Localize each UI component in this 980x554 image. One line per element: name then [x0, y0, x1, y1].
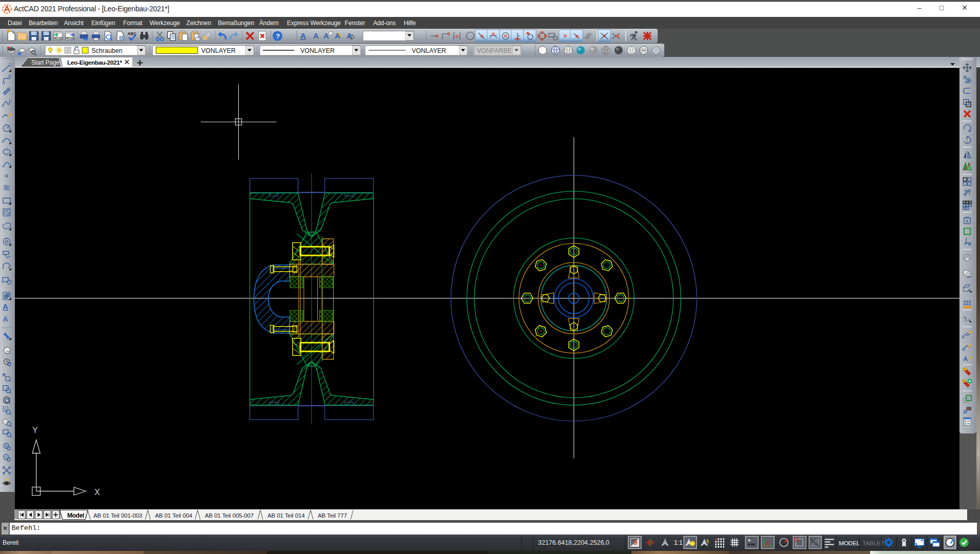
svg-text:VONFARBE: VONFARBE [477, 47, 512, 54]
svg-text:A: A [335, 31, 340, 40]
svg-text:Model: Model [67, 512, 84, 519]
svg-text:A: A [963, 355, 968, 363]
svg-text:Start Page: Start Page [31, 59, 60, 66]
svg-text:Leo-Eigenbau-2021*: Leo-Eigenbau-2021* [67, 59, 122, 66]
svg-text:VONLAYER: VONLAYER [300, 47, 335, 54]
svg-text:VONLAYER: VONLAYER [412, 47, 446, 54]
svg-text:A: A [3, 314, 8, 323]
svg-text:A: A [300, 31, 306, 40]
svg-text:A: A [313, 31, 319, 40]
svg-text:A: A [323, 31, 329, 40]
svg-text:Schrauben: Schrauben [91, 47, 123, 54]
svg-text:32176.6418,2204.2526,0: 32176.6418,2204.2526,0 [538, 539, 609, 546]
svg-text:MODEL: MODEL [839, 539, 860, 546]
svg-text:Y: Y [32, 425, 38, 434]
svg-text:AB 01 Teil 004: AB 01 Teil 004 [155, 512, 193, 519]
svg-text:VONLAYER: VONLAYER [201, 47, 236, 54]
svg-text:1:1: 1:1 [674, 539, 683, 546]
svg-text:X: X [94, 487, 100, 496]
svg-text:?: ? [276, 32, 280, 40]
svg-text:A: A [3, 302, 8, 311]
svg-text:RCIS: RCIS [66, 36, 74, 40]
svg-text:AB 01 Teil 014: AB 01 Teil 014 [267, 512, 305, 519]
svg-text:RCIS: RCIS [54, 36, 63, 40]
svg-text:AB 01 Teil 001-003: AB 01 Teil 001-003 [93, 512, 142, 519]
svg-text:AB Teil 777: AB Teil 777 [318, 512, 347, 519]
svg-text:AB 01 Teil 005-007: AB 01 Teil 005-007 [205, 512, 254, 519]
svg-text:Bereit: Bereit [3, 539, 19, 546]
svg-text:TABLET: TABLET [862, 539, 885, 546]
